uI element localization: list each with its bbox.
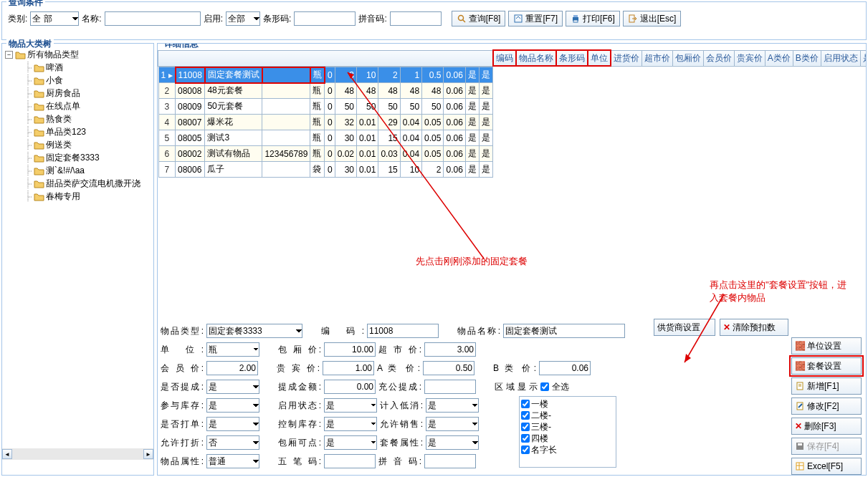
tree-item[interactable]: 在线点单 (5, 100, 151, 112)
barcode-label: 条形码: (263, 13, 291, 25)
pinyin-form-input[interactable] (424, 454, 476, 468)
column-header[interactable]: 条形码 (556, 50, 588, 66)
column-header[interactable]: A类价 (765, 50, 793, 66)
form-area: 供货商设置 ✕清除预扣数 物品类型: 固定套餐3333 编 码: 物品名称: 单… (158, 317, 866, 475)
delete-button[interactable]: ✕删除[F3] (791, 418, 862, 435)
member-price-input[interactable] (206, 361, 258, 375)
detail-title: 详细信息 (162, 43, 201, 50)
name-input[interactable] (105, 11, 201, 26)
box-price-input[interactable] (324, 342, 376, 357)
table-row[interactable]: 1 ▸11008固定套餐测试瓶0310210.50.06是是 (158, 67, 492, 83)
ctrl-stock-select[interactable]: 是 (324, 417, 377, 431)
tree-item[interactable]: 甜品类萨交流电机撒开浇 (5, 177, 151, 190)
exit-button[interactable]: 退出[Esc] (623, 11, 682, 26)
tree[interactable]: − 所有物品类型 啤酒小食厨房食品在线点单熟食类单品类123例送类固定套餐333… (2, 44, 153, 448)
zone-checkbox[interactable] (521, 445, 530, 454)
table-row[interactable]: 608002测试有物品123456789瓶00.020.010.030.040.… (158, 146, 492, 162)
column-header[interactable]: 会员价 (703, 50, 734, 66)
table-row[interactable]: 30800950元套餐瓶050505050500.06是是 (158, 99, 492, 115)
zone-item[interactable]: 一楼 (521, 398, 614, 410)
enable-select[interactable]: 全部 (226, 11, 260, 26)
zone-checkbox[interactable] (521, 434, 530, 443)
save-button[interactable]: 保存[F4] (791, 438, 862, 455)
zone-all-check[interactable] (540, 382, 549, 391)
data-grid[interactable]: 编码物品名称条形码单位进货价超市价包厢价会员价贵宾价A类价B类价启用状态是否提成… (158, 49, 866, 178)
table-row[interactable]: 20800848元套餐瓶048484848480.06是是 (158, 83, 492, 99)
zone-item[interactable]: 二楼- (521, 410, 614, 421)
pinyin-form-label: 拼 音 码: (378, 456, 421, 468)
combo-attr-select[interactable]: 是 (426, 435, 479, 450)
tree-item[interactable]: 测`&!#/\aa (5, 164, 151, 177)
reset-button[interactable]: 重置[F7] (508, 11, 563, 26)
column-header[interactable]: 是否提成 (860, 50, 866, 66)
new-button[interactable]: 新增[F1] (791, 377, 862, 395)
combo-set-button[interactable]: 🧱套餐设置 (791, 357, 862, 375)
tree-item[interactable]: 啤酒 (5, 61, 151, 74)
a-price-input[interactable] (423, 361, 474, 375)
zone-item[interactable]: 四楼 (521, 433, 614, 444)
column-header[interactable]: B类价 (793, 50, 821, 66)
zone-item[interactable]: 名字长 (521, 444, 614, 456)
type-select[interactable]: 全 部 (30, 11, 79, 26)
discount-select[interactable]: 否 (206, 435, 259, 450)
zone-item[interactable]: 三楼- (521, 421, 614, 433)
supplier-button[interactable]: 供货商设置 (654, 319, 715, 336)
box-point-select[interactable]: 是 (324, 435, 377, 450)
enable-status-select[interactable]: 是 (324, 398, 377, 413)
query-button[interactable]: 查询[F8] (452, 11, 506, 26)
column-header[interactable]: 单位 (588, 50, 611, 66)
column-header[interactable]: 进货价 (611, 50, 642, 66)
code-input[interactable] (367, 324, 439, 338)
tree-item[interactable]: 厨房食品 (5, 87, 151, 100)
commission-select[interactable]: 是 (206, 380, 259, 394)
market-price-input[interactable] (424, 342, 476, 357)
column-header[interactable]: 启用状态 (821, 50, 860, 66)
bill-select[interactable]: 是 (206, 417, 259, 431)
low-sale-select[interactable]: 是 (426, 398, 479, 413)
tree-item[interactable]: 熟食类 (5, 112, 151, 125)
print-button[interactable]: 打印[F6] (566, 11, 620, 26)
edit-button[interactable]: 修改[F2] (791, 397, 862, 415)
scroll-right-icon[interactable]: ► (143, 449, 153, 459)
item-attr-select[interactable]: 普通 (206, 454, 259, 468)
unit-set-button[interactable]: 🧱单位设置 (791, 337, 862, 355)
folder-icon (33, 101, 44, 111)
tree-item[interactable]: 小食 (5, 74, 151, 87)
column-header[interactable]: 超市价 (642, 50, 672, 66)
column-header[interactable]: 包厢价 (672, 50, 703, 66)
tree-item[interactable]: 单品类123 (5, 125, 151, 138)
tree-hscroll[interactable]: ◄ ► (2, 448, 153, 460)
svg-rect-39 (796, 463, 803, 470)
stock-select[interactable]: 是 (206, 398, 259, 413)
folder-icon (33, 178, 44, 188)
item-name-input[interactable] (503, 324, 625, 338)
table-row[interactable]: 708006瓜子袋0300.01151020.06是是 (158, 162, 492, 178)
tree-item[interactable]: 春梅专用 (5, 190, 151, 203)
wubi-input[interactable] (324, 454, 376, 468)
commission-amt-input[interactable] (324, 380, 376, 394)
zone-checkbox[interactable] (521, 400, 530, 408)
column-header[interactable]: 物品名称 (516, 50, 556, 66)
unit-icon: 🧱 (795, 341, 805, 351)
collapse-icon[interactable]: − (5, 51, 13, 59)
zone-checkbox[interactable] (521, 423, 530, 431)
tree-item[interactable]: 例送类 (5, 138, 151, 151)
clear-discount-button[interactable]: ✕清除预扣数 (720, 319, 788, 336)
zone-checkbox[interactable] (521, 411, 530, 420)
column-header[interactable]: 编码 (493, 50, 516, 66)
zone-list[interactable]: 一楼二楼-三楼-四楼名字长 (519, 396, 616, 468)
barcode-input[interactable] (294, 11, 356, 26)
table-row[interactable]: 408007爆米花瓶0320.01290.040.050.06是是 (158, 115, 492, 130)
column-header[interactable]: 贵宾价 (734, 50, 765, 66)
excel-button[interactable]: Excel[F5] (791, 458, 862, 475)
b-price-input[interactable] (539, 361, 591, 375)
unit-select[interactable]: 瓶 (206, 342, 259, 357)
tree-item[interactable]: 固定套餐3333 (5, 151, 151, 164)
scroll-left-icon[interactable]: ◄ (2, 449, 12, 459)
pinyin-input[interactable] (390, 11, 442, 26)
vip-price-input[interactable] (323, 361, 374, 375)
full-commission-input[interactable] (424, 380, 476, 394)
allow-sale-select[interactable]: 是 (426, 417, 479, 431)
item-type-select[interactable]: 固定套餐3333 (206, 324, 302, 338)
table-row[interactable]: 508005测试3瓶0300.01150.040.050.06是是 (158, 130, 492, 146)
